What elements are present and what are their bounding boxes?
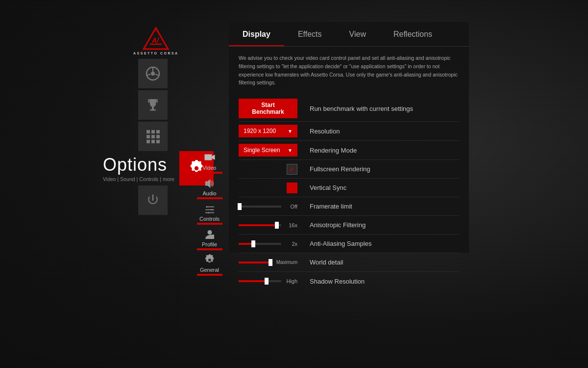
more-link[interactable]: more [163, 176, 174, 182]
logo-area: A/ ASSETTO CORSA [133, 27, 179, 55]
resolution-label: Resolution [302, 128, 340, 135]
svg-rect-9 [150, 109, 156, 111]
audio-label: Audio [202, 190, 216, 196]
world-detail-row: Maximum World detail [239, 253, 459, 272]
controls-label: Controls [199, 216, 220, 222]
anisotropic-slider-container: 16x [239, 222, 297, 228]
profile-label: Profile [202, 241, 217, 247]
shadow-label: Shadow Resolution [302, 278, 365, 285]
nav-race-button[interactable] [138, 59, 168, 88]
sidebar-item-controls[interactable]: Controls [191, 201, 228, 226]
svg-text:A/: A/ [151, 36, 160, 44]
svg-rect-12 [156, 130, 160, 133]
video-link[interactable]: Video [103, 176, 116, 182]
resolution-row: 1920 x 1200 ▼ Resolution [239, 122, 459, 141]
svg-point-24 [211, 209, 213, 210]
benchmark-desc: Run benchmark with current settings [302, 105, 413, 112]
video-label: Video [203, 165, 217, 171]
benchmark-button[interactable]: Start Benchmark [239, 99, 297, 118]
fullscreen-label: Fullscreen Rendering [302, 165, 370, 173]
aa-slider-track [239, 243, 281, 245]
video-active-bar [197, 172, 222, 174]
world-thumb[interactable] [269, 259, 272, 266]
anisotropic-value: 16x [284, 222, 297, 228]
rendering-mode-dropdown[interactable]: Single Screen ▼ [239, 144, 297, 157]
svg-rect-18 [156, 140, 160, 143]
svg-rect-11 [151, 130, 155, 133]
controls-bar [197, 223, 222, 225]
chevron-down-icon-2: ▼ [288, 148, 293, 153]
power-icon-area [138, 185, 168, 215]
sidebar-item-audio[interactable]: Audio [191, 175, 228, 201]
svg-rect-15 [156, 135, 160, 138]
advisory-text: We advise you to check your video card c… [239, 54, 459, 87]
audio-bar [197, 197, 222, 199]
anisotropic-fill [239, 224, 277, 226]
framerate-row: Off Framerate limit [239, 197, 459, 216]
tab-bar: Display Effects View Reflections [229, 22, 469, 47]
svg-point-27 [207, 212, 209, 213]
svg-rect-16 [147, 140, 150, 143]
svg-point-4 [151, 72, 155, 76]
general-bar [197, 274, 222, 276]
anisotropic-row: 16x Anisotropic Filtering [239, 216, 459, 235]
framerate-value: Off [284, 204, 297, 210]
world-fill [239, 262, 270, 263]
nav-trophy-button[interactable] [138, 90, 168, 120]
svg-rect-14 [151, 135, 155, 138]
vsync-label: Vertical Sync [302, 184, 346, 191]
options-subtitle: Video | Sound | Controls | more [103, 176, 174, 182]
anisotropic-thumb[interactable] [275, 222, 279, 229]
framerate-label: Framerate limit [302, 203, 352, 210]
anisotropic-label: Anisotropic Filtering [302, 221, 366, 229]
aa-thumb[interactable] [251, 240, 255, 247]
aa-label: Anti-Aliasing Samples [302, 240, 371, 247]
tab-effects[interactable]: Effects [284, 22, 336, 46]
resolution-dropdown[interactable]: 1920 x 1200 ▼ [239, 125, 297, 137]
svg-rect-8 [152, 107, 154, 109]
controls-link[interactable]: Controls [139, 176, 158, 182]
nav-icon-group [138, 59, 168, 152]
sound-link[interactable]: Sound [120, 176, 135, 182]
svg-rect-10 [147, 130, 150, 133]
general-label: General [200, 267, 219, 273]
display-content: We advise you to check your video card c… [229, 47, 469, 298]
framerate-thumb[interactable] [238, 203, 242, 210]
fullscreen-checkbox[interactable]: ✓ [287, 164, 297, 175]
vsync-toggle[interactable] [287, 183, 297, 193]
framerate-slider-track [239, 206, 281, 208]
main-panel: Display Effects View Reflections We advi… [229, 22, 469, 253]
chevron-down-icon: ▼ [288, 129, 293, 134]
tab-view[interactable]: View [336, 22, 380, 46]
shadow-slider-container: High [239, 278, 297, 284]
sidebar-item-video[interactable]: Video [191, 150, 228, 175]
logo-text: ASSETTO CORSA [133, 52, 179, 55]
options-title: Options [103, 155, 174, 175]
world-slider-track [239, 262, 270, 263]
profile-bar [197, 248, 222, 250]
tab-reflections[interactable]: Reflections [380, 22, 446, 46]
sidebar-item-general[interactable]: General [191, 252, 228, 277]
power-button[interactable] [138, 185, 168, 215]
sidebar-menu: Video Audio Controls [191, 150, 228, 277]
aa-row: 2x Anti-Aliasing Samples [239, 235, 459, 253]
checkmark-icon: ✓ [289, 165, 295, 173]
svg-point-31 [208, 259, 211, 262]
nav-grid-button[interactable] [138, 122, 168, 151]
rendering-mode-label: Rendering Mode [302, 147, 357, 154]
vsync-row: Vertical Sync [239, 179, 459, 197]
fullscreen-row: ✓ Fullscreen Rendering [239, 160, 459, 179]
shadow-value: High [284, 278, 297, 284]
aa-slider-container: 2x [239, 241, 297, 247]
sidebar-item-profile[interactable]: Profile [191, 226, 228, 252]
rendering-mode-row: Single Screen ▼ Rendering Mode [239, 141, 459, 160]
logo-symbol: A/ [141, 27, 171, 54]
world-label: World detail [302, 259, 343, 266]
benchmark-row: Start Benchmark Run benchmark with curre… [239, 96, 459, 122]
svg-rect-20 [204, 155, 212, 160]
framerate-slider-container: Off [239, 204, 297, 210]
tab-display[interactable]: Display [229, 22, 284, 46]
svg-rect-21 [205, 182, 208, 186]
svg-point-30 [207, 230, 212, 235]
shadow-thumb[interactable] [265, 278, 269, 285]
